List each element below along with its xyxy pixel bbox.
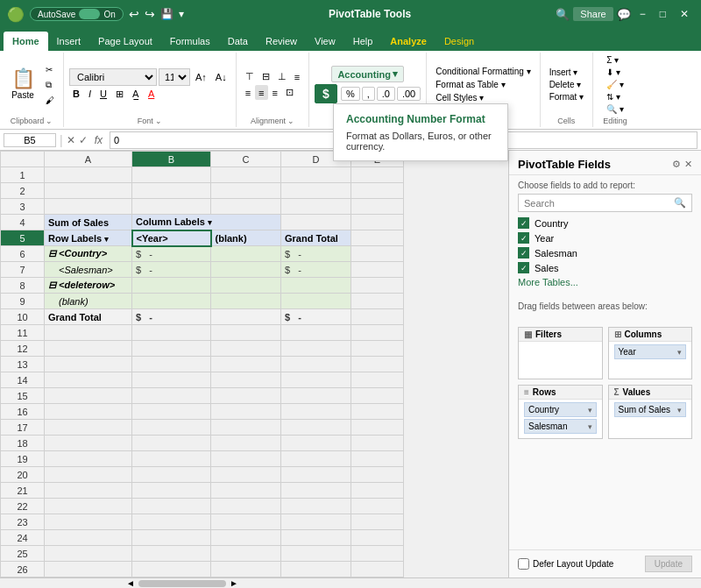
cell-e3[interactable]	[351, 199, 404, 215]
comma-button[interactable]: ,	[362, 87, 375, 101]
cell-e8[interactable]	[351, 278, 404, 294]
cell-b1[interactable]	[132, 167, 211, 183]
confirm-formula-btn[interactable]: ✓	[79, 134, 88, 146]
cell-b6[interactable]: $ -	[132, 246, 211, 262]
font-color-button[interactable]: A	[145, 87, 158, 101]
drag-item-country[interactable]: Country ▾	[524, 402, 597, 417]
sum-button[interactable]: Σ ▾	[603, 54, 627, 66]
font-family-select[interactable]: Calibri	[69, 68, 157, 86]
share-btn[interactable]: Share	[573, 7, 612, 21]
copy-button[interactable]: ⧉	[42, 78, 58, 92]
cell-e1[interactable]	[351, 167, 404, 183]
cell-c8[interactable]	[211, 278, 281, 294]
fill-color-button[interactable]: A̲	[129, 87, 143, 102]
pivot-search-input[interactable]	[524, 198, 674, 209]
cell-b2[interactable]	[132, 183, 211, 199]
italic-button[interactable]: I	[85, 87, 95, 101]
h-scroll-thumb[interactable]	[138, 580, 226, 587]
cell-d1[interactable]	[281, 167, 351, 183]
cell-c1[interactable]	[211, 167, 281, 183]
cell-c6[interactable]	[211, 246, 281, 262]
cell-e9[interactable]	[351, 294, 404, 309]
format-painter-button[interactable]: 🖌	[42, 94, 58, 107]
cell-d8[interactable]	[281, 278, 351, 294]
paste-button[interactable]: 📋 Paste	[5, 66, 40, 103]
customize-btn[interactable]: ▾	[179, 8, 184, 20]
cell-a1[interactable]	[45, 167, 132, 183]
col-header-b[interactable]: B	[132, 152, 211, 167]
cell-a2[interactable]	[45, 183, 132, 199]
clear-button[interactable]: 🧹 ▾	[603, 79, 627, 90]
find-select-button[interactable]: 🔍 ▾	[603, 103, 627, 115]
autosave-toggle[interactable]	[79, 9, 100, 19]
merge-button[interactable]: ⊡	[282, 85, 297, 100]
format-table-button[interactable]: Format as Table ▾	[432, 79, 534, 90]
cell-d10[interactable]: $ -	[281, 309, 351, 325]
decrease-font-btn[interactable]: A↓	[212, 70, 230, 84]
dec-inc-button[interactable]: .0	[377, 87, 395, 101]
maximize-btn[interactable]: □	[655, 8, 671, 20]
drag-item-salesman[interactable]: Salesman ▾	[524, 419, 597, 434]
cell-e5[interactable]	[351, 230, 404, 246]
column-labels-arrow[interactable]: ▾	[208, 218, 212, 227]
cell-e6[interactable]	[351, 246, 404, 262]
cell-b5[interactable]: <Year>	[132, 230, 211, 246]
align-left-button[interactable]: ≡	[242, 85, 254, 100]
cell-d2[interactable]	[281, 183, 351, 199]
field-checkbox-salesman[interactable]: ✓	[518, 247, 529, 259]
cell-c3[interactable]	[211, 199, 281, 215]
cell-d7[interactable]: $ -	[281, 262, 351, 278]
cell-reference-box[interactable]	[4, 133, 56, 147]
cancel-formula-btn[interactable]: ✕	[67, 134, 75, 146]
align-right-button[interactable]: ≡	[269, 85, 281, 100]
format-cells-button[interactable]: Format ▾	[546, 91, 587, 103]
font-size-select[interactable]: 11	[159, 68, 190, 86]
tab-page-layout[interactable]: Page Layout	[89, 32, 161, 51]
country-dropdown-arrow[interactable]: ▾	[588, 406, 592, 414]
cell-d3[interactable]	[281, 199, 351, 215]
minimize-btn[interactable]: −	[634, 8, 651, 20]
undo-btn[interactable]: ↩	[129, 7, 139, 21]
cell-e4[interactable]	[351, 215, 404, 230]
delete-cells-button[interactable]: Delete ▾	[546, 79, 587, 90]
cell-a8[interactable]: ⊟ <deleterow>	[45, 278, 132, 294]
close-btn[interactable]: ✕	[675, 8, 694, 20]
col-header-a[interactable]: A	[45, 152, 132, 167]
sum-sales-dropdown-arrow[interactable]: ▾	[677, 406, 682, 414]
year-dropdown-arrow[interactable]: ▾	[677, 348, 682, 357]
cell-styles-button[interactable]: Cell Styles ▾	[432, 92, 534, 103]
field-checkbox-year[interactable]: ✓	[518, 232, 529, 244]
cell-a7[interactable]: <Salesman>	[45, 262, 132, 278]
tab-help[interactable]: Help	[344, 32, 382, 51]
horizontal-scrollbar[interactable]: ◄ ►	[0, 577, 701, 588]
cell-a5[interactable]: Row Labels ▾	[45, 230, 132, 246]
cut-button[interactable]: ✂	[42, 63, 58, 76]
cell-a4[interactable]: Sum of Sales	[45, 215, 132, 230]
wrap-text-button[interactable]: ≡	[291, 69, 303, 84]
align-bottom-button[interactable]: ⊥	[274, 69, 290, 84]
dec-dec-button[interactable]: .00	[397, 87, 421, 101]
row-labels-arrow[interactable]: ▾	[104, 235, 109, 244]
cell-c2[interactable]	[211, 183, 281, 199]
fill-button[interactable]: ⬇ ▾	[603, 67, 627, 78]
update-button[interactable]: Update	[645, 556, 692, 572]
cell-d9[interactable]	[281, 294, 351, 309]
cell-b3[interactable]	[132, 199, 211, 215]
cell-b4[interactable]: Column Labels ▾	[132, 215, 281, 230]
drag-item-year[interactable]: Year ▾	[614, 344, 687, 359]
cell-d6[interactable]: $ -	[281, 246, 351, 262]
cell-c7[interactable]	[211, 262, 281, 278]
cell-a6[interactable]: ⊟ <Country>	[45, 246, 132, 262]
dollar-button[interactable]: $	[315, 84, 337, 103]
pivot-gear-icon[interactable]: ⚙	[672, 159, 681, 170]
scroll-left-btn[interactable]: ◄	[123, 578, 138, 588]
percent-button[interactable]: %	[341, 87, 360, 101]
redo-btn[interactable]: ↪	[145, 7, 155, 21]
scroll-right-btn[interactable]: ►	[226, 578, 242, 588]
col-header-c[interactable]: C	[211, 152, 281, 167]
filters-content[interactable]	[519, 342, 602, 377]
defer-layout-checkbox[interactable]	[518, 558, 529, 570]
cell-e2[interactable]	[351, 183, 404, 199]
comments-btn[interactable]: 💬	[617, 8, 631, 21]
accounting-dropdown[interactable]: Accounting ▾	[331, 66, 404, 82]
